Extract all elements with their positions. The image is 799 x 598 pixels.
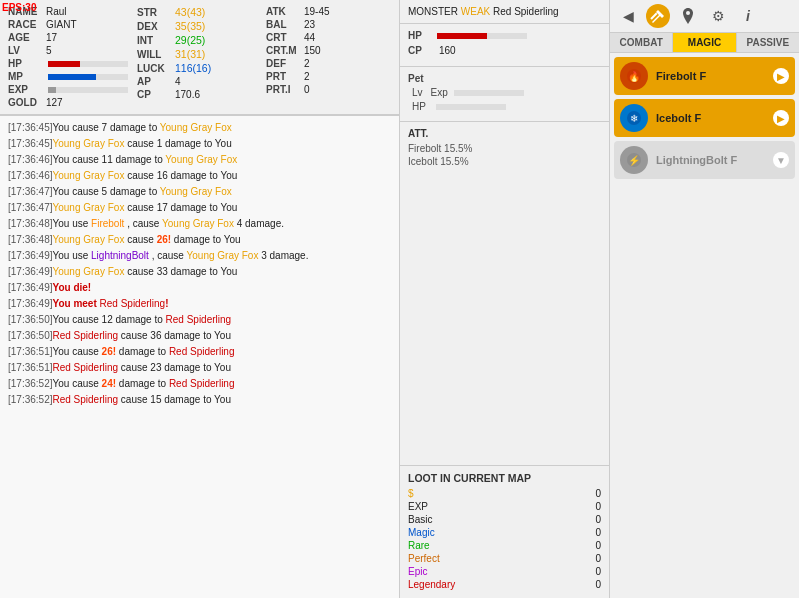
bal-label: BAL: [266, 19, 304, 30]
ap-label: AP: [137, 76, 175, 87]
spell-list: 🔥 Firebolt F ▶ ❄ Icebolt F ▶: [610, 53, 799, 598]
crt-label: CRT: [266, 32, 304, 43]
loot-title: LOOT IN CURRENT MAP: [408, 472, 601, 484]
luck-label: LUCK: [137, 63, 175, 74]
luck-value: 116(16): [175, 62, 211, 74]
prt-value: 2: [304, 71, 374, 82]
loot-legendary-value: 0: [595, 579, 601, 590]
log-item: [17:36:47]You cause 5 damage to Young Gr…: [8, 184, 391, 199]
prti-value: 0: [304, 84, 374, 95]
spell-lightningbolt[interactable]: ⚡ LightningBolt F ▼: [614, 141, 795, 179]
monster-weak-label: WEAK: [461, 6, 493, 17]
right-panel: ◀ ⚙ i COMBAT MAGIC PASSIVE: [610, 0, 799, 598]
bal-value: 23: [304, 19, 374, 30]
log-item: [17:36:50]You cause 12 damage to Red Spi…: [8, 312, 391, 327]
pet-lv-label: Lv: [412, 87, 423, 98]
att-title: ATT.: [408, 128, 601, 139]
log-item: [17:36:45]You cause 7 damage to Young Gr…: [8, 120, 391, 135]
cp-char-value: 170.6: [175, 89, 245, 100]
str-value: 43(43): [175, 6, 205, 18]
loot-basic-value: 0: [595, 514, 601, 525]
atk-label: ATK: [266, 6, 304, 17]
combat-log: [17:36:45]You cause 7 damage to Young Gr…: [0, 115, 399, 598]
def-value: 2: [304, 58, 374, 69]
ap-value: 4: [175, 76, 245, 87]
crtm-label: CRT.M: [266, 45, 304, 56]
fps-label: EPS:30: [2, 2, 36, 13]
monster-cp-value: 160: [439, 45, 456, 56]
loot-perfect-label: Perfect: [408, 553, 440, 564]
age-label: AGE: [8, 32, 46, 43]
prti-label: PRT.I: [266, 84, 304, 95]
loot-epic-label: Epic: [408, 566, 427, 577]
tab-combat[interactable]: COMBAT: [610, 33, 673, 52]
atk-value: 19-45: [304, 6, 374, 17]
log-item: [17:36:46]You cause 11 damage to Young G…: [8, 152, 391, 167]
nav-settings-button[interactable]: ⚙: [706, 4, 730, 28]
def-label: DEF: [266, 58, 304, 69]
log-item: [17:36:51]You cause 26! damage to Red Sp…: [8, 344, 391, 359]
att-item-icebolt: Icebolt 15.5%: [408, 156, 601, 167]
spell-icebolt[interactable]: ❄ Icebolt F ▶: [614, 99, 795, 137]
pet-exp-label: Exp: [431, 87, 448, 98]
log-item: [17:36:49]You die!: [8, 280, 391, 295]
crtm-value: 150: [304, 45, 374, 56]
svg-text:⚡: ⚡: [628, 154, 641, 167]
spell-firebolt[interactable]: 🔥 Firebolt F ▶: [614, 57, 795, 95]
pet-hp-label: HP: [412, 101, 426, 112]
left-panel: NAME Raul RACE GIANT AGE 17 LV 5: [0, 0, 400, 598]
log-item: [17:36:49]You use LightningBolt , cause …: [8, 248, 391, 263]
mp-label: MP: [8, 71, 46, 82]
right-tabs: COMBAT MAGIC PASSIVE: [610, 33, 799, 53]
nav-back-button[interactable]: ◀: [616, 4, 640, 28]
will-label: WILL: [137, 49, 175, 60]
svg-text:❄: ❄: [630, 113, 638, 124]
loot-exp-value: 0: [595, 501, 601, 512]
monster-name: Red Spiderling: [493, 6, 559, 17]
cp-char-label: CP: [137, 89, 175, 100]
right-nav-bar: ◀ ⚙ i: [610, 0, 799, 33]
gold-value: 127: [46, 97, 116, 108]
nav-info-button[interactable]: i: [736, 4, 760, 28]
monster-header: MONSTER WEAK Red Spiderling: [400, 0, 609, 24]
loot-basic-label: Basic: [408, 514, 432, 525]
age-value: 17: [46, 32, 116, 43]
crt-value: 44: [304, 32, 374, 43]
race-value: GIANT: [46, 19, 116, 30]
loot-perfect-value: 0: [595, 553, 601, 564]
log-item: [17:36:52]Red Spiderling cause 15 damage…: [8, 392, 391, 407]
loot-magic-value: 0: [595, 527, 601, 538]
log-item: [17:36:48]You use Firebolt , cause Young…: [8, 216, 391, 231]
monster-cp-label: CP: [408, 45, 433, 56]
pet-section: Pet Lv Exp HP: [400, 67, 609, 122]
name-value: Raul: [46, 6, 116, 17]
middle-panel: MONSTER WEAK Red Spiderling HP CP 160 Pe…: [400, 0, 610, 598]
loot-dollar-value: 0: [595, 488, 601, 499]
nav-combat-button[interactable]: [646, 4, 670, 28]
log-item: [17:36:52]You cause 24! damage to Red Sp…: [8, 376, 391, 391]
lightning-icon: ⚡: [620, 146, 648, 174]
race-label: RACE: [8, 19, 46, 30]
loot-dollar-label: $: [408, 488, 414, 499]
tab-magic[interactable]: MAGIC: [673, 33, 736, 52]
monster-hp-label: HP: [408, 30, 433, 41]
att-item-firebolt: Firebolt 15.5%: [408, 143, 601, 154]
loot-rare-label: Rare: [408, 540, 430, 551]
att-section: ATT. Firebolt 15.5% Icebolt 15.5%: [400, 122, 609, 465]
loot-legendary-label: Legendary: [408, 579, 455, 590]
log-item: [17:36:48]Young Gray Fox cause 26! damag…: [8, 232, 391, 247]
hp-label: HP: [8, 58, 46, 69]
icebolt-toggle[interactable]: ▶: [773, 110, 789, 126]
firebolt-name: Firebolt F: [656, 70, 773, 82]
int-label: INT: [137, 35, 175, 46]
nav-location-button[interactable]: [676, 4, 700, 28]
dex-label: DEX: [137, 21, 175, 32]
firebolt-toggle[interactable]: ▶: [773, 68, 789, 84]
monster-stats: HP CP 160: [400, 24, 609, 67]
lightningbolt-toggle[interactable]: ▼: [773, 152, 789, 168]
lightningbolt-name: LightningBolt F: [656, 154, 773, 166]
dex-value: 35(35): [175, 20, 205, 32]
prt-label: PRT: [266, 71, 304, 82]
lv-label: LV: [8, 45, 46, 56]
tab-passive[interactable]: PASSIVE: [737, 33, 799, 52]
